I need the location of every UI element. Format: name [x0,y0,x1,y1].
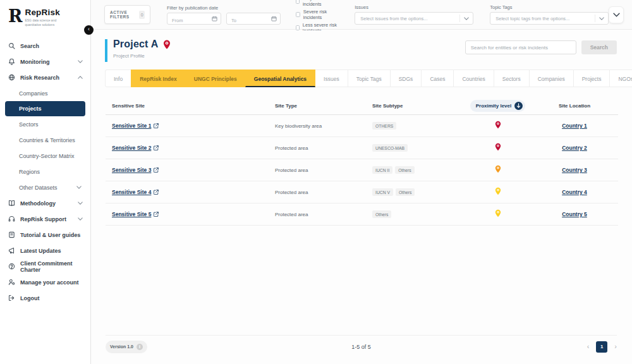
issues-select[interactable]: Select issues from the options... [355,12,473,25]
pagination-prev-icon[interactable]: ‹ [587,343,590,350]
chevron-up-icon [78,76,83,79]
external-link-icon[interactable] [154,212,159,217]
tab-cases[interactable]: Cases [421,70,454,87]
sidebar-item-other-datasets[interactable]: Other Datasets [0,179,90,195]
collapse-sidebar-button[interactable]: ‹ [84,25,94,35]
pagination-next-icon[interactable]: › [614,343,617,350]
search-button[interactable]: Search [581,40,617,54]
checkbox-icon [296,25,300,30]
tab-geospatial-analytics[interactable]: Geospatial Analytics [245,70,315,87]
logout-icon [8,294,15,301]
sensitive-site-link[interactable]: Sensitive Site 4 [112,189,151,195]
site-type: Protected area [275,190,372,195]
tab-sdgs[interactable]: SDGs [390,70,422,87]
sensitive-site-link[interactable]: Sensitive Site 1 [112,123,151,129]
sidebar-item-projects[interactable]: Projects [5,101,85,116]
table-row: Sensitive Site 2 Protected area UNESCO-M… [106,137,618,159]
sidebar-item-manage-account[interactable]: Manage your account [0,274,90,290]
external-link-icon[interactable] [154,190,159,195]
sidebar-item-regions[interactable]: Regions [0,164,90,179]
external-link-icon[interactable] [154,167,159,173]
sidebar-item-reprisk-support[interactable]: RepRisk Support [0,211,90,227]
proximity-pin-icon [495,143,501,151]
sidebar-item-country-sector-matrix[interactable]: Country-Sector Matrix [0,148,90,164]
site-subtype-badge: Others [372,210,391,218]
external-link-icon[interactable] [154,145,159,150]
severity-filter-group: Very severe risk incidents Severe risk i… [296,0,338,33]
site-subtype-badge: OTHERS [372,122,396,130]
proximity-pin-icon [495,121,501,129]
checkbox-severe[interactable]: Severe risk incidents [296,9,338,20]
accent-bar [105,39,107,62]
topic-tags-select[interactable]: Select topic tags from the options... [490,12,609,25]
checkbox-very-severe[interactable]: Very severe risk incidents [296,0,338,7]
tab-projects[interactable]: Projects [573,70,611,87]
chevron-down-icon [76,186,82,189]
publication-date-label: Filter by publication date [167,5,281,11]
sidebar-item-companies[interactable]: Companies [0,85,90,101]
tab-sectors[interactable]: Sectors [494,70,530,87]
sensitive-site-link[interactable]: Sensitive Site 2 [112,145,151,151]
tab-countries[interactable]: Countries [453,70,494,87]
publication-date-filter: Filter by publication date [167,5,281,25]
version-badge[interactable]: Version 1.0 i [106,341,147,353]
reprisk-logo: R RepRisk ESG data science and quantitat… [0,0,90,30]
tab-topic-tags[interactable]: Topic Tags [348,70,391,87]
megaphone-icon [8,247,15,254]
sidebar-item-search[interactable]: Search [0,38,90,54]
collapse-filterbar-button[interactable] [609,6,624,23]
pagination-page-1[interactable]: 1 [596,341,607,353]
book-icon [8,200,15,207]
sidebar-item-tutorial-guides[interactable]: Tutorial & User guides [0,227,90,243]
page-title: Project A [113,39,158,50]
sidebar-item-label: Latest Updates [20,248,61,254]
chevron-down-icon [613,13,620,17]
external-link-icon[interactable] [154,123,159,128]
site-type: Protected area [275,145,372,151]
search-icon [8,42,15,49]
tab-info[interactable]: Info [105,70,131,87]
sensitive-site-link[interactable]: Sensitive Site 5 [112,211,151,217]
tab-ungc-principles[interactable]: UNGC Principles [185,70,246,87]
site-subtype-badge: IUCN II [372,166,392,174]
tab-companies[interactable]: Companies [529,70,574,87]
calendar-icon [212,16,217,21]
sidebar-nav: Search Monitoring Risk Research Companie… [0,30,90,306]
date-from-field[interactable] [167,13,221,25]
sidebar-item-latest-updates[interactable]: Latest Updates [0,243,90,258]
sidebar-item-sectors[interactable]: Sectors [0,116,90,132]
active-filters-label: ACTIVE FILTERS [110,10,135,19]
col-proximity-level-sort[interactable]: Proximity level [470,100,525,112]
entity-search-input[interactable] [465,40,576,54]
sidebar-item-methodology[interactable]: Methodology [0,195,90,211]
project-header: Project A Project Profile Search [92,30,632,62]
site-type: Protected area [275,167,372,173]
topic-tags-filter: Topic Tags Select topic tags from the op… [490,4,609,25]
page-subtitle: Project Profile [113,53,171,59]
sensitive-site-link[interactable]: Sensitive Site 3 [112,167,151,173]
table-footer: Version 1.0 i 1-5 of 5 ‹ 1 › [106,335,617,358]
pagination: ‹ 1 › [587,341,617,353]
app-window: R RepRisk ESG data science and quantitat… [0,0,632,364]
tab-issues[interactable]: Issues [315,70,348,87]
active-filters-button[interactable]: ACTIVE FILTERS 0 [104,5,150,24]
entity-search: Search [465,40,617,54]
site-location-link[interactable]: Country 3 [562,167,587,173]
date-to-field[interactable] [226,13,281,25]
site-subtype-badge: Others [395,166,414,174]
site-location-link[interactable]: Country 1 [562,123,587,129]
sidebar-item-risk-research[interactable]: Risk Research [0,70,90,85]
sidebar-item-label: Search [20,43,39,49]
tab-reprisk-index[interactable]: RepRisk Index [131,70,186,87]
sidebar-item-countries-territories[interactable]: Countries & Territories [0,132,90,148]
site-location-link[interactable]: Country 4 [562,189,587,195]
sidebar-item-monitoring[interactable]: Monitoring [0,54,90,70]
tab-ngos[interactable]: NGOs [609,70,632,87]
site-location-link[interactable]: Country 2 [562,145,587,151]
table-row: Sensitive Site 5 Protected area Others C… [106,203,618,226]
sidebar-item-client-commitment-charter[interactable]: Client Commitment Charter [0,258,90,274]
sidebar-item-logout[interactable]: Logout [0,290,90,306]
site-location-link[interactable]: Country 5 [562,211,587,217]
filter-toolbar: ACTIVE FILTERS 0 Filter by publication d… [92,0,632,30]
profile-tabs: Info RepRisk Index UNGC Principles Geosp… [105,70,617,87]
